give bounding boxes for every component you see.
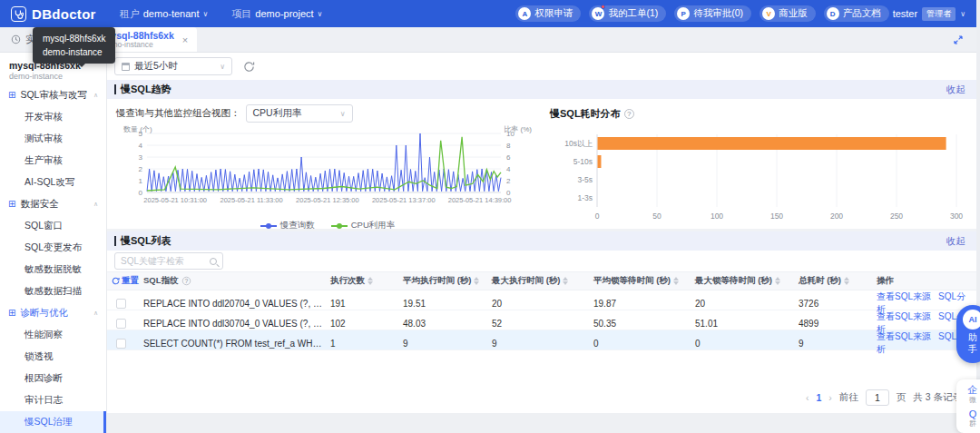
sidebar-group-1[interactable]: ⊞数据安全∧: [0, 193, 106, 215]
sort-icon[interactable]: [775, 274, 780, 288]
chevron-down-icon: ∨: [203, 10, 209, 18]
tenant-selector[interactable]: 租户 demo-tenant ∨: [120, 7, 209, 21]
refresh-icon[interactable]: [243, 61, 255, 73]
column-header-6[interactable]: 总耗时 (秒): [799, 274, 877, 288]
sidebar-group-0[interactable]: ⊞SQL审核与改写∧: [0, 84, 106, 106]
sort-icon[interactable]: [844, 274, 849, 288]
sql-search-box[interactable]: [114, 252, 223, 270]
tab-instance-list[interactable]: 实例列表: [0, 27, 77, 52]
next-page-button[interactable]: ›: [828, 392, 832, 403]
sidebar-instance-name: mysql-88hfs6xk: [9, 60, 97, 71]
sidebar-item-锁透视[interactable]: 锁透视: [0, 346, 106, 368]
sidebar-instance-header[interactable]: mysql-88hfs6xk demo-instance: [0, 57, 106, 84]
prev-page-button[interactable]: ‹: [806, 392, 809, 403]
sidebar-group-label: 诊断与优化: [20, 307, 68, 320]
tab-active-instance[interactable]: mysql-88hfs6xk demo-instance ×: [77, 27, 197, 52]
contact-sub: 微: [968, 396, 978, 404]
assistant-label: 助手: [968, 332, 977, 355]
sidebar-item-根因诊断[interactable]: 根因诊断: [0, 368, 106, 389]
column-header-4[interactable]: 平均锁等待时间 (秒): [593, 274, 695, 288]
chevron-up-icon: ∧: [93, 310, 98, 317]
topnav-permission-button[interactable]: A权限申请: [515, 5, 581, 22]
cell-value: 191: [330, 299, 403, 309]
contact-item-1[interactable]: Q群: [969, 408, 977, 428]
sidebar-item-敏感数据扫描[interactable]: 敏感数据扫描: [0, 280, 106, 302]
sql-fingerprint-link[interactable]: SELECT COUNT(*) FROM test_ref_a WHERE a …: [143, 339, 330, 349]
svg-text:50: 50: [652, 212, 662, 221]
list-collapse-link[interactable]: 收起: [946, 235, 965, 248]
goto-page-input[interactable]: [866, 389, 889, 406]
tenant-value: demo-tenant: [143, 8, 200, 19]
trend-collapse-link[interactable]: 收起: [946, 84, 965, 96]
sidebar-item-性能洞察[interactable]: 性能洞察: [0, 324, 106, 346]
close-icon[interactable]: ×: [182, 34, 188, 45]
sidebar-item-SQL窗口[interactable]: SQL窗口: [0, 215, 106, 237]
sidebar-item-开发审核[interactable]: 开发审核: [0, 106, 106, 128]
project-selector[interactable]: 项目 demo-project ∨: [231, 7, 322, 21]
topnav-approvals-button[interactable]: P待我审批(0): [674, 5, 751, 22]
current-page[interactable]: 1: [816, 392, 821, 403]
sidebar-item-审计日志[interactable]: 审计日志: [0, 389, 106, 411]
sidebar-item-SQL变更发布[interactable]: SQL变更发布: [0, 237, 106, 259]
column-header-0: SQL指纹?: [143, 275, 330, 287]
column-header-2[interactable]: 平均执行时间 (秒): [403, 274, 492, 288]
footer-strip: [107, 413, 976, 433]
sidebar: mysql-88hfs6xk demo-instance ⊞SQL审核与改写∧开…: [0, 53, 107, 433]
sort-icon[interactable]: [474, 274, 479, 288]
slow-sql-table: 重置SQL指纹?执行次数平均执行时间 (秒)最大执行时间 (秒)平均锁等待时间 …: [107, 271, 976, 350]
column-header-5[interactable]: 最大锁等待时间 (秒): [695, 274, 799, 288]
grid-icon: ⊞: [8, 309, 15, 318]
sidebar-item-慢SQL治理[interactable]: 慢SQL治理: [0, 411, 106, 433]
pagination: ‹ 1 › 前往 页 共 3 条记录: [107, 389, 976, 413]
sidebar-item-生产审核[interactable]: 生产审核: [0, 150, 106, 172]
sql-search-input[interactable]: [121, 256, 206, 266]
sort-icon[interactable]: [368, 274, 373, 288]
search-icon[interactable]: [210, 258, 217, 265]
sidebar-item-测试审核[interactable]: 测试审核: [0, 128, 106, 150]
topnav-edition-button[interactable]: V商业版: [760, 5, 816, 22]
action-查看SQL来源[interactable]: 查看SQL来源: [877, 291, 931, 301]
sql-fingerprint-link[interactable]: REPLACE INTO ddl20704_0 VALUES (?, ?, ?): [143, 299, 330, 309]
row-checkbox[interactable]: [116, 299, 126, 309]
action-查看SQL来源[interactable]: 查看SQL来源: [877, 331, 931, 341]
help-icon[interactable]: ?: [624, 109, 634, 119]
table-row: SELECT COUNT(*) FROM test_ref_a WHERE a …: [107, 330, 976, 350]
svg-text:2: 2: [506, 177, 511, 185]
tab-instance-list-label: 实例列表: [25, 33, 65, 46]
time-range-select[interactable]: 最近5小时 ∨: [114, 57, 232, 75]
column-label: 执行次数: [330, 275, 365, 287]
sort-icon[interactable]: [673, 274, 679, 288]
reset-icon: [112, 277, 120, 285]
row-checkbox[interactable]: [116, 319, 126, 329]
cell-value: 4899: [799, 319, 877, 329]
topnav-tickets-button[interactable]: W我的工单(1): [589, 5, 666, 22]
cell-value: 0: [593, 339, 695, 349]
sidebar-item-AI-SQL改写[interactable]: AI-SQL改写: [0, 172, 106, 193]
sidebar-item-敏感数据脱敏[interactable]: 敏感数据脱敏: [0, 259, 106, 280]
project-value: demo-project: [255, 8, 313, 19]
action-查看SQL来源[interactable]: 查看SQL来源: [877, 311, 931, 321]
contact-item-0[interactable]: 企微: [968, 384, 978, 404]
brand-logo[interactable]: DBdoctor: [11, 6, 96, 22]
svg-text:1: 1: [139, 177, 143, 185]
column-header-3[interactable]: 最大执行时间 (秒): [492, 274, 593, 288]
svg-text:10s以上: 10s以上: [564, 139, 593, 148]
svg-text:2025-05-21 10:31:00: 2025-05-21 10:31:00: [143, 196, 207, 204]
topnav-docs-button[interactable]: D产品文档: [824, 5, 889, 22]
sort-icon[interactable]: [563, 274, 568, 288]
floating-assistant-widget[interactable]: AI 助手: [956, 305, 980, 363]
floating-contact-widget[interactable]: 企微Q群: [956, 379, 980, 433]
help-icon[interactable]: ?: [181, 277, 190, 285]
reset-sort-button[interactable]: 重置: [107, 275, 143, 287]
metric-select[interactable]: CPU利用率 ∨: [246, 104, 353, 123]
cell-value: 20: [492, 299, 593, 309]
column-label: 操作: [877, 275, 894, 287]
time-range-value: 最近5小时: [134, 60, 178, 73]
sql-fingerprint-link[interactable]: REPLACE INTO ddl30704_0 VALUES (?, ?, ?): [143, 319, 330, 329]
fullscreen-icon[interactable]: [953, 34, 964, 45]
title-accent-bar: [114, 84, 116, 94]
column-header-1[interactable]: 执行次数: [330, 274, 403, 288]
sidebar-group-2[interactable]: ⊞诊断与优化∧: [0, 302, 106, 324]
user-menu[interactable]: tester 管理者 ∨: [893, 7, 965, 21]
row-checkbox[interactable]: [116, 339, 126, 349]
